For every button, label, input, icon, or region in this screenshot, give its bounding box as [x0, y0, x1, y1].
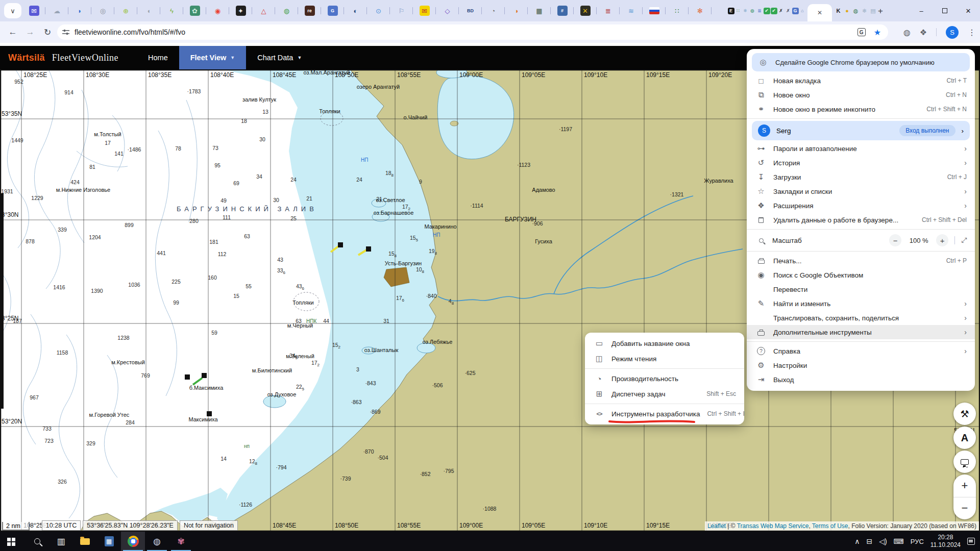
menu-item-google-lens[interactable]: ◉Поиск с Google Объективом: [747, 268, 975, 282]
pinned-tab[interactable]: ⊕: [114, 0, 137, 21]
pinned-tab[interactable]: #: [551, 0, 574, 21]
vessel-marker[interactable]: [338, 242, 343, 247]
pinned-tab[interactable]: ⌂: [799, 0, 806, 21]
pinned-tab[interactable]: ◎: [91, 0, 114, 21]
route-button[interactable]: A: [953, 427, 976, 449]
pinned-tab[interactable]: ◍: [749, 0, 756, 21]
product-name[interactable]: FleetViewOnline: [52, 53, 118, 63]
menu-item-bookmarks[interactable]: ☆Закладки и списки›: [747, 184, 975, 198]
pinned-tab[interactable]: ◔: [482, 0, 505, 21]
clock[interactable]: 20:28 11.10.2024: [930, 534, 961, 549]
notifications-icon[interactable]: [967, 538, 975, 545]
menu-item-more-tools[interactable]: Дополнительные инструменты›: [747, 325, 975, 339]
pinned-tab[interactable]: ✔: [770, 0, 777, 21]
taskbar-file-explorer[interactable]: [73, 532, 97, 551]
pinned-tab[interactable]: ∷: [734, 0, 742, 21]
pinned-tab[interactable]: ◍: [275, 0, 298, 21]
fullscreen-icon[interactable]: ⤢: [961, 236, 967, 244]
maximize-button[interactable]: [933, 0, 957, 21]
globe-icon[interactable]: ◍: [903, 28, 911, 37]
menu-item-performance[interactable]: ◔Производительность: [585, 371, 744, 386]
bookmark-star-icon[interactable]: ★: [874, 28, 881, 37]
menu-item-clear-browsing-data[interactable]: Удалить данные о работе в браузере...Ctr…: [747, 213, 975, 227]
volume-icon[interactable]: ◁): [879, 537, 887, 545]
pinned-tab[interactable]: ☁: [45, 0, 68, 21]
zoom-out-menu-button[interactable]: −: [889, 234, 901, 246]
minimize-button[interactable]: –: [910, 0, 933, 21]
nav-fleet-view[interactable]: Fleet View▼: [179, 46, 247, 69]
tab-search-button[interactable]: ∨: [4, 3, 21, 18]
pinned-tab[interactable]: G: [792, 0, 799, 21]
active-tab[interactable]: ✕: [807, 4, 832, 21]
pinned-tab[interactable]: ✗: [785, 0, 792, 21]
pinned-tab[interactable]: ●: [843, 0, 851, 21]
vessel-marker[interactable]: [202, 373, 207, 378]
taskbar-calculator[interactable]: ▦: [97, 532, 121, 551]
menu-item-cast-save-share[interactable]: Транслировать, сохранить, поделиться›: [747, 311, 975, 325]
taskbar-chrome[interactable]: [121, 532, 145, 551]
zoom-in-button[interactable]: +: [953, 474, 976, 497]
taskbar-globe-app[interactable]: ◍: [145, 532, 169, 551]
menu-item-reading-mode[interactable]: ◫Режим чтения: [585, 351, 744, 366]
url-text[interactable]: fleetviewonline.com/fvo/html5/#/fvo: [75, 28, 857, 36]
vessel-marker[interactable]: [185, 374, 190, 380]
pinned-tab[interactable]: ✕: [574, 0, 597, 21]
reload-button[interactable]: ↻: [41, 26, 54, 39]
taskbar-search-button[interactable]: [25, 532, 49, 551]
pinned-tab[interactable]: G: [321, 0, 344, 21]
pinned-tab[interactable]: ✉: [413, 0, 436, 21]
menu-item-extensions[interactable]: ❖Расширения›: [747, 198, 975, 213]
menu-item-task-manager[interactable]: ⊞Диспетчер задачShift + Esc: [585, 386, 744, 402]
menu-item-set-default-browser[interactable]: ◎Сделайте Google Chrome браузером по умо…: [752, 53, 970, 71]
site-settings-icon[interactable]: [62, 29, 69, 36]
attribution-link[interactable]: Leaflet: [707, 522, 726, 530]
pinned-tab[interactable]: ⚐: [390, 0, 413, 21]
pinned-tab[interactable]: ✗: [777, 0, 785, 21]
nav-chart-data[interactable]: Chart Data▼: [246, 46, 313, 69]
menu-item-downloads[interactable]: ↧ЗагрузкиCtrl + J: [747, 170, 975, 184]
language-indicator[interactable]: РУС: [911, 538, 924, 545]
brand-logo[interactable]: Wärtsilä: [8, 53, 45, 63]
pinned-tab[interactable]: ∷: [666, 0, 689, 21]
pinned-tab[interactable]: ⊙: [367, 0, 390, 21]
pinned-tab[interactable]: ❄: [860, 0, 869, 21]
new-tab-button[interactable]: +: [874, 5, 887, 18]
pinned-tab[interactable]: ≋: [620, 0, 643, 21]
pinned-tab[interactable]: ✔: [763, 0, 770, 21]
pinned-tab[interactable]: ◗: [68, 0, 91, 21]
pinned-tab[interactable]: ϟ: [160, 0, 183, 21]
menu-item-print[interactable]: Печать...Ctrl + P: [747, 254, 975, 268]
zoom-out-button[interactable]: −: [953, 497, 976, 520]
pinned-tab[interactable]: ❄: [742, 0, 749, 21]
attribution-link[interactable]: Transas Web Map Service: [737, 522, 809, 530]
pinned-tab[interactable]: ✻: [689, 0, 712, 21]
zoom-in-menu-button[interactable]: +: [936, 234, 948, 246]
pinned-tab[interactable]: ◍: [851, 0, 860, 21]
back-button[interactable]: ←: [6, 26, 19, 39]
network-icon[interactable]: ⊟: [866, 537, 872, 545]
pinned-tab[interactable]: [643, 0, 666, 21]
pinned-tab[interactable]: ✿: [183, 0, 206, 21]
menu-item-exit[interactable]: ⇥Выход: [747, 372, 975, 387]
pinned-tab[interactable]: ◐: [344, 0, 367, 21]
pinned-tab[interactable]: ◇: [436, 0, 459, 21]
pinned-tab[interactable]: BD: [459, 0, 482, 21]
pinned-tab[interactable]: ✉: [22, 0, 45, 21]
address-bar[interactable]: fleetviewonline.com/fvo/html5/#/fvo G ★: [57, 24, 888, 40]
taskbar-paint[interactable]: ✾: [169, 532, 193, 551]
pinned-tab[interactable]: K: [834, 0, 843, 21]
menu-item-new-window[interactable]: ⧉Новое окноCtrl + N: [747, 88, 975, 102]
menu-item-settings[interactable]: ⚙Настройки: [747, 358, 975, 372]
pinned-tab[interactable]: △: [252, 0, 275, 21]
close-window-button[interactable]: ✕: [957, 0, 980, 21]
extensions-icon[interactable]: ❖: [920, 28, 927, 37]
menu-item-incognito-window[interactable]: ⚭Новое окно в режиме инкогнитоCtrl + Shi…: [747, 102, 975, 116]
pinned-tab[interactable]: re: [298, 0, 321, 21]
tray-expand-icon[interactable]: ∧: [854, 537, 860, 545]
taskbar-task-view-button[interactable]: ▥: [49, 532, 73, 551]
menu-item-name-window[interactable]: ▭Добавить название окна: [585, 336, 744, 351]
keyboard-icon[interactable]: ⌨: [894, 537, 904, 545]
pinned-tab[interactable]: ≣: [597, 0, 620, 21]
pinned-tab[interactable]: E: [727, 0, 734, 21]
forward-button[interactable]: →: [23, 26, 37, 39]
